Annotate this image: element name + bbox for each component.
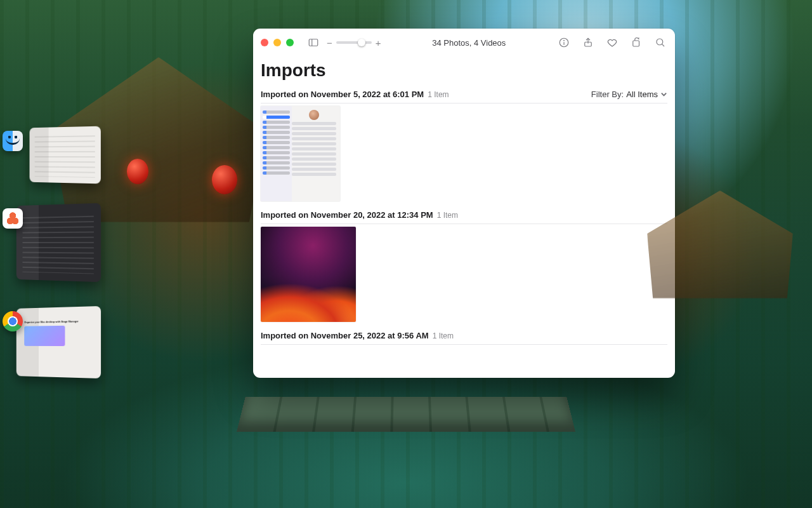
divider xyxy=(261,344,667,345)
zoom-slider[interactable] xyxy=(336,41,372,44)
import-group-header: Imported on November 5, 2022 at 6:01 PM … xyxy=(261,87,667,103)
wallpaper-decoration xyxy=(237,397,575,432)
chevron-down-icon xyxy=(660,91,667,98)
svg-point-7 xyxy=(657,39,663,45)
wallpaper-decoration xyxy=(127,159,148,184)
zoom-in-button[interactable]: + xyxy=(376,37,381,48)
search-button[interactable] xyxy=(653,36,667,50)
share-button[interactable] xyxy=(581,36,595,50)
info-button[interactable] xyxy=(557,36,571,50)
finder-icon xyxy=(3,131,23,151)
photos-content: Imports Imported on November 5, 2022 at … xyxy=(253,57,675,378)
photo-thumbnail[interactable] xyxy=(261,227,356,322)
photo-thumbnail[interactable] xyxy=(261,106,340,201)
svg-rect-0 xyxy=(309,39,318,46)
zoom-slider-thumb[interactable] xyxy=(358,39,365,46)
import-group-count: 1 Item xyxy=(428,90,449,99)
stage-group-asana[interactable] xyxy=(6,204,102,293)
favorite-button[interactable] xyxy=(605,36,619,50)
stage-group-chrome[interactable]: Organize your Mac desktop with Stage Man… xyxy=(6,307,102,390)
page-title: Imports xyxy=(261,60,667,81)
stage-window-thumb xyxy=(30,126,101,184)
asana-icon xyxy=(3,208,23,229)
import-group-count: 1 Item xyxy=(437,211,458,220)
import-group-header: Imported on November 25, 2022 at 9:56 AM… xyxy=(261,328,667,344)
desktop-wallpaper: Organize your Mac desktop with Stage Man… xyxy=(0,0,812,508)
svg-point-4 xyxy=(564,40,565,41)
fullscreen-button[interactable] xyxy=(286,39,294,46)
close-button[interactable] xyxy=(261,39,268,46)
wallpaper-decoration xyxy=(212,165,237,194)
zoom-out-button[interactable]: − xyxy=(327,37,332,48)
import-group-count: 1 Item xyxy=(433,331,454,340)
svg-rect-6 xyxy=(633,41,639,46)
filter-dropdown[interactable]: Filter By: All Items xyxy=(591,90,667,99)
stage-doc-title: Organize your Mac desktop with Stage Man… xyxy=(24,319,79,323)
stage-manager-strip: Organize your Mac desktop with Stage Man… xyxy=(6,127,102,390)
photos-window: − + 34 Photos, 4 Videos xyxy=(253,29,675,378)
chrome-icon xyxy=(3,311,23,331)
filter-value: All Items xyxy=(626,90,658,99)
window-traffic-lights xyxy=(261,39,294,46)
stage-window-thumb: Organize your Mac desktop with Stage Man… xyxy=(16,306,101,378)
window-toolbar: − + 34 Photos, 4 Videos xyxy=(253,29,675,57)
import-group-header: Imported on November 20, 2022 at 12:34 P… xyxy=(261,208,667,224)
svg-line-8 xyxy=(662,44,664,46)
zoom-control: − + xyxy=(327,37,381,48)
filter-prefix: Filter By: xyxy=(591,90,624,99)
minimize-button[interactable] xyxy=(273,39,281,46)
import-group-label: Imported on November 5, 2022 at 6:01 PM xyxy=(261,90,424,99)
stage-group-finder[interactable] xyxy=(6,127,102,190)
rotate-button[interactable] xyxy=(629,36,643,50)
stage-window-thumb xyxy=(16,203,101,282)
sidebar-toggle-button[interactable] xyxy=(306,36,320,50)
window-title: 34 Photos, 4 Videos xyxy=(388,38,551,48)
import-group-label: Imported on November 25, 2022 at 9:56 AM xyxy=(261,331,429,340)
import-group-label: Imported on November 20, 2022 at 12:34 P… xyxy=(261,210,433,220)
